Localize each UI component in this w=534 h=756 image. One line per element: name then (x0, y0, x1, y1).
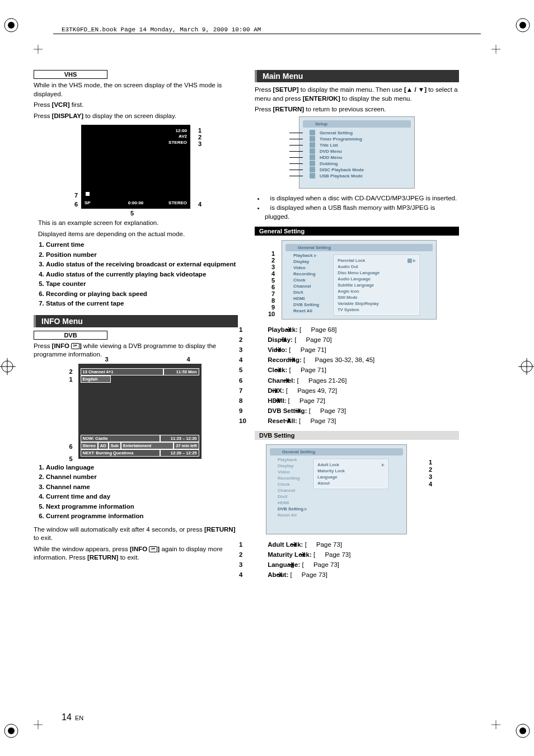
main-intro: Press [SETUP] to display the main menu. … (255, 86, 459, 103)
info-more: While the window appears, press [INFO i+… (34, 545, 238, 562)
general-setting-diagram: General Setting Playback Display Video R… (282, 240, 437, 320)
list-item: 6 Channel: [ Pages 21-26] (255, 376, 459, 385)
list-item: Next programme information (46, 503, 238, 511)
list-item: 4 Recording: [ Pages 30-32, 38, 45] (255, 355, 459, 364)
lock-icon (407, 259, 412, 263)
svg-point-3 (519, 22, 526, 29)
left-column: VHS While in the VHS mode, the on screen… (34, 70, 238, 584)
list-item: 3 Language: [ Page 73] (255, 560, 459, 569)
svg-point-5 (8, 727, 15, 734)
page-arrow-icon (291, 366, 299, 372)
page-arrow-icon (292, 571, 300, 576)
list-item: 2 Display: [ Page 70] (255, 335, 459, 344)
regmark-icon (3, 17, 20, 34)
page-arrow-icon (301, 326, 309, 331)
page-arrow-icon (290, 397, 298, 402)
list-item: Recording or playing back speed (46, 290, 238, 299)
info-menu-heading: INFO Menu (34, 315, 238, 327)
list-item: Channel number (46, 473, 238, 482)
svg-point-7 (519, 727, 526, 734)
list-item: 4 About: [ Page 73] (255, 570, 459, 579)
vhs-tag: VHS (34, 70, 107, 79)
list-item: Channel name (46, 483, 238, 492)
page-arrow-icon (291, 346, 299, 351)
list-item: 2 Maturity Lock: [ Page 73] (255, 550, 459, 559)
list-item: 1 Playback: [ Page 68] (255, 325, 459, 334)
list-item: Position number (46, 251, 238, 260)
right-column: Main Menu Press [SETUP] to display the m… (255, 70, 459, 584)
list-item: ​ is displayed when a USB flash memory w… (265, 204, 459, 221)
list-item: Current programme information (46, 512, 238, 521)
page-arrow-icon (299, 377, 307, 382)
crop-corner-icon (491, 720, 500, 731)
regmark-icon (514, 17, 531, 34)
list-item: 5 Clock: [ Page 71] (255, 365, 459, 374)
stop-icon (85, 191, 90, 196)
menu-item-icon (310, 161, 315, 166)
info-icon: i+ (71, 343, 79, 349)
page-arrow-icon (288, 387, 296, 392)
dvb-setting-bar: DVB Setting (255, 431, 459, 440)
info-icon: i+ (149, 546, 157, 552)
page-arrow-icon (296, 336, 304, 341)
menu-item-icon (310, 130, 315, 135)
triangle-right-icon (314, 254, 317, 257)
svg-point-1 (8, 22, 15, 29)
main-menu-heading: Main Menu (255, 70, 459, 82)
vhs-legend-list: Current time Position number Audio statu… (34, 241, 238, 308)
vhs-intro: While in the VHS mode, the on screen dis… (34, 81, 238, 98)
dvb-tag: DVB (34, 331, 107, 340)
vhs-press-vcr: Press [VCR] first. (34, 101, 238, 110)
page-arrow-icon (307, 541, 315, 546)
info-intro: Press [INFO i+] while viewing a DVB prog… (34, 342, 238, 359)
general-setting-bar: General Setting (255, 227, 459, 236)
page-arrow-icon (311, 407, 318, 412)
setup-menu-diagram: Setup General Setting Timer Programming … (299, 116, 415, 189)
triangle-right-icon (382, 463, 385, 467)
page-arrow-icon (315, 551, 323, 556)
info-legend-list: Audio language Channel number Channel na… (34, 463, 238, 521)
list-item: Tape counter (46, 280, 238, 289)
header-rule (53, 34, 481, 34)
list-item: Audio status of the receiving broadcast … (46, 260, 238, 269)
regmark-target-icon (0, 358, 16, 375)
list-item: 9 DVB Setting: [ Page 73] (255, 406, 459, 415)
triangle-right-icon (413, 259, 416, 262)
list-item: 8 HDMI: [ Page 72] (255, 396, 459, 405)
regmark-target-icon (518, 358, 534, 375)
list-item: Audio status of the currently playing ba… (46, 270, 238, 279)
dvb-setting-diagram: General Setting Playback Display Video R… (266, 444, 407, 534)
page-arrow-icon (305, 356, 313, 361)
menu-item-icon (310, 167, 315, 172)
menu-item-icon (310, 173, 315, 179)
crop-corner-icon (34, 720, 43, 731)
info-osd-diagram: 3 4 2 1 6 5 13 Channel 4+111:53 Mon Engl… (64, 364, 208, 459)
list-item: Audio language (46, 463, 238, 472)
menu-item-icon (310, 148, 315, 154)
main-return: Press [RETURN] to return to previous scr… (255, 105, 459, 114)
vhs-caption1: This is an example screen for explanatio… (38, 219, 238, 228)
list-item: Current time and day (46, 492, 238, 501)
crop-corner-icon (34, 45, 43, 55)
crop-corner-icon (491, 45, 500, 55)
list-item: 7 DivX: [ Pages 49, 72] (255, 386, 459, 395)
gs-reference-list: 1 Playback: [ Page 68] 2 Display: [ Page… (255, 325, 459, 425)
info-exit: The window will automatically exit after… (34, 525, 238, 543)
list-item: 10 Reset All: [ Page 73] (255, 416, 459, 425)
menu-item-icon (310, 136, 315, 142)
vhs-osd-diagram: 12:00 AV2 STEREO SP 0:00:00 STEREO 1 2 3… (70, 125, 202, 214)
list-item: ​ is displayed when a disc with CD-DA/VC… (265, 194, 459, 203)
list-item: 1 Adult Lock: [ Page 73] (255, 540, 459, 549)
page-number: 14 EN (62, 712, 83, 722)
vhs-caption2: Displayed items are depending on the act… (38, 230, 238, 239)
main-notes: ​ is displayed when a disc with CD-DA/VC… (255, 194, 459, 222)
dvb-reference-list: 1 Adult Lock: [ Page 73] 2 Maturity Lock… (255, 540, 459, 579)
page-arrow-icon (304, 561, 312, 566)
menu-item-icon (310, 142, 315, 148)
regmark-icon (3, 722, 20, 739)
list-item: 3 Video: [ Page 71] (255, 345, 459, 354)
regmark-icon (514, 722, 531, 739)
vhs-press-display: Press [DISPLAY] to display the on screen… (34, 112, 238, 121)
list-item: Status of the current tape (46, 299, 238, 308)
page-arrow-icon (301, 417, 308, 422)
